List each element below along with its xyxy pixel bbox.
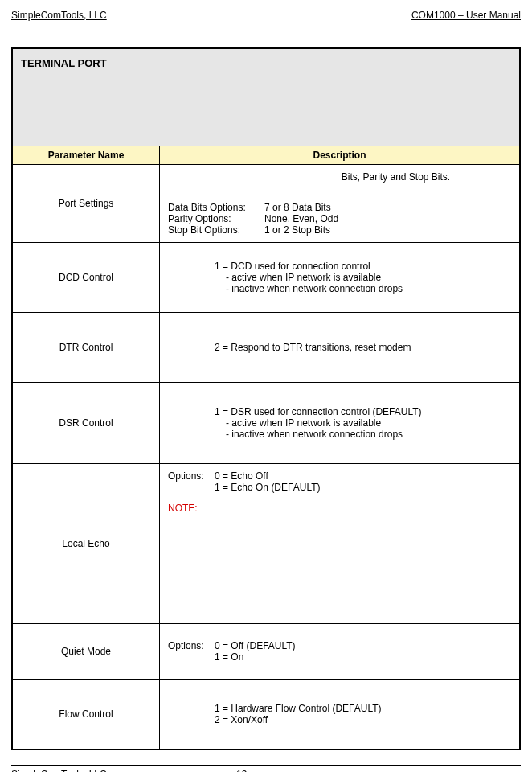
section-title: TERMINAL PORT xyxy=(12,48,520,146)
dsr-line-1: 1 = DSR used for connection control (DEF… xyxy=(168,406,511,417)
label-data-bits: Data Bits Options: xyxy=(168,202,264,213)
param-dtr: DTR Control xyxy=(12,313,160,383)
flow-line-1: 1 = Hardware Flow Control (DEFAULT) xyxy=(168,703,511,714)
desc-dsr: 1 = DSR used for connection control (DEF… xyxy=(160,383,521,464)
flow-line-2: 2 = Xon/Xoff xyxy=(168,714,511,725)
quiet-opt-0: 0 = Off (DEFAULT) xyxy=(215,640,296,651)
row-port-settings: Port Settings Bits, Parity and Stop Bits… xyxy=(12,165,520,243)
col-description: Description xyxy=(160,146,521,165)
value-stop-bit: 1 or 2 Stop Bits xyxy=(264,224,330,236)
row-dcd-control: DCD Control 1 = DCD used for connection … xyxy=(12,243,520,313)
label-parity: Parity Options: xyxy=(168,213,264,224)
footer-company: SimpleComTools, LLC xyxy=(11,769,236,772)
dcd-line-2: - active when IP network is available xyxy=(168,272,511,283)
desc-dtr: 2 = Respond to DTR transitions, reset mo… xyxy=(160,313,521,383)
desc-quiet: Options:0 = Off (DEFAULT) 1 = On xyxy=(160,624,521,680)
value-parity: None, Even, Odd xyxy=(264,213,338,224)
header-company: SimpleComTools, LLC xyxy=(11,10,107,21)
desc-flow: 1 = Hardware Flow Control (DEFAULT) 2 = … xyxy=(160,680,521,750)
param-dcd: DCD Control xyxy=(12,243,160,313)
desc-dcd: 1 = DCD used for connection control - ac… xyxy=(160,243,521,313)
dsr-line-2: - active when IP network is available xyxy=(168,417,511,429)
footer-page-number: 19 xyxy=(236,769,247,772)
param-flow: Flow Control xyxy=(12,680,160,750)
dcd-line-3: - inactive when network connection drops xyxy=(168,283,511,294)
dcd-line-1: 1 = DCD used for connection control xyxy=(168,261,511,272)
param-quiet: Quiet Mode xyxy=(12,624,160,680)
page-header: SimpleComTools, LLC COM1000 – User Manua… xyxy=(11,10,521,23)
echo-opt-1: 1 = Echo On (DEFAULT) xyxy=(215,482,321,493)
label-stop-bit: Stop Bit Options: xyxy=(168,224,264,236)
echo-opt-0: 0 = Echo Off xyxy=(215,470,268,482)
terminal-port-table: TERMINAL PORT Parameter Name Description… xyxy=(11,47,521,750)
quiet-opt-1: 1 = On xyxy=(215,651,243,663)
dsr-line-3: - inactive when network connection drops xyxy=(168,429,511,440)
echo-note: NOTE: xyxy=(168,503,511,514)
row-flow-control: Flow Control 1 = Hardware Flow Control (… xyxy=(12,680,520,750)
port-settings-heading: Bits, Parity and Stop Bits. xyxy=(168,171,511,202)
quiet-options-label: Options: xyxy=(168,640,215,651)
row-dtr-control: DTR Control 2 = Respond to DTR transitio… xyxy=(12,313,520,383)
param-dsr: DSR Control xyxy=(12,383,160,464)
desc-local-echo: Options:0 = Echo Off 1 = Echo On (DEFAUL… xyxy=(160,464,521,624)
col-parameter-name: Parameter Name xyxy=(12,146,160,165)
value-data-bits: 7 or 8 Data Bits xyxy=(264,202,331,213)
desc-port-settings: Bits, Parity and Stop Bits. Data Bits Op… xyxy=(160,165,521,243)
param-port-settings: Port Settings xyxy=(12,165,160,243)
header-doc-title: COM1000 – User Manual xyxy=(411,10,521,21)
page-footer: SimpleComTools, LLC 19 xyxy=(11,765,521,772)
echo-options-label: Options: xyxy=(168,470,215,482)
param-local-echo: Local Echo xyxy=(12,464,160,624)
row-local-echo: Local Echo Options:0 = Echo Off 1 = Echo… xyxy=(12,464,520,624)
row-dsr-control: DSR Control 1 = DSR used for connection … xyxy=(12,383,520,464)
row-quiet-mode: Quiet Mode Options:0 = Off (DEFAULT) 1 =… xyxy=(12,624,520,680)
dtr-line-1: 2 = Respond to DTR transitions, reset mo… xyxy=(168,342,511,353)
